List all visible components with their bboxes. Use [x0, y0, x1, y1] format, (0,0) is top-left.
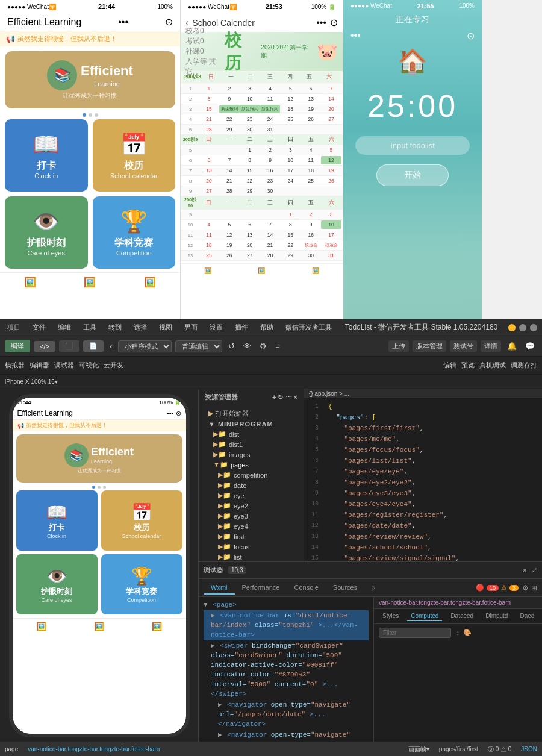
tree-pages[interactable]: ▼📁 pages	[199, 460, 304, 470]
tree-focus[interactable]: ▶📁 focus	[199, 542, 304, 552]
notification-icon[interactable]: 🔔	[505, 340, 519, 352]
devtools-tab-more[interactable]: »	[364, 581, 382, 595]
phone3-more[interactable]: •••	[350, 30, 361, 42]
phone1-banner-card[interactable]: 📚 Efficient Learning 让优秀成为一种习惯	[5, 51, 175, 108]
devtools-html-content[interactable]: ▼ <page> ▶ <van-notice-bar is="dist1/not…	[199, 597, 373, 742]
ide-dot-1[interactable]	[92, 486, 95, 489]
phone2-camera[interactable]: ⊙	[330, 17, 338, 28]
tree-eye4[interactable]: ▶📁 eye4	[199, 521, 304, 531]
refactor-label[interactable]: 可视化	[79, 361, 99, 370]
menu-item-select[interactable]: 选择	[131, 322, 149, 333]
grid-item-competition[interactable]: 🏆 学科竞赛 Competition	[93, 196, 176, 269]
html-line-swiper[interactable]: ▶ <swiper bindchange="cardSwiper" class=…	[204, 640, 369, 699]
devtools-close-icon[interactable]: ×	[522, 566, 527, 575]
menu-item-goto[interactable]: 转到	[106, 322, 124, 333]
settings-icon[interactable]: ⚙	[257, 340, 269, 352]
ide-nav-1[interactable]: 🖼️	[36, 622, 46, 631]
preview-tab[interactable]: 编辑	[443, 361, 456, 370]
file-tree-icons[interactable]: + ↻ ⋯ ×	[272, 393, 297, 401]
devtools-tab-wxml[interactable]: Wxml	[204, 581, 235, 595]
devtools-tab-console[interactable]: Console	[287, 581, 325, 595]
ide-dot-2[interactable]	[98, 486, 101, 489]
menu-item-view[interactable]: 视图	[157, 322, 175, 333]
tree-eye3[interactable]: ▶📁 eye3	[199, 511, 304, 521]
ide-grid-4[interactable]: 🏆 学科竞赛 Competition	[101, 554, 182, 614]
tree-images[interactable]: ▶📁 images	[199, 449, 304, 460]
tree-eye2[interactable]: ▶📁 eye2	[199, 501, 304, 511]
ide-phone-more[interactable]: ••• ⊙	[167, 410, 181, 417]
menu-item-tools[interactable]: 工具	[81, 322, 99, 333]
devtools-tab-performance[interactable]: Performance	[235, 581, 287, 595]
menu-item-project[interactable]: 项目	[5, 322, 23, 333]
phone2-more[interactable]: •••	[316, 17, 326, 28]
status-frame-selector[interactable]: 画面帧▾	[408, 745, 429, 754]
eye-icon[interactable]: 👁	[241, 340, 254, 352]
tree-list[interactable]: ▶📁 list	[199, 552, 304, 561]
nav-item-1[interactable]: 🖼️	[24, 276, 36, 289]
ide-nav-3[interactable]: 🖼️	[152, 622, 162, 631]
style-tab-daed[interactable]: Daed	[516, 611, 538, 621]
window-minimize[interactable]	[508, 324, 516, 331]
html-line-nav1[interactable]: ▶ <navigator open-type="navigate" url="/…	[204, 699, 369, 729]
devtools-gear-icon[interactable]: ⚙	[522, 584, 529, 592]
dot-3[interactable]	[95, 113, 98, 117]
filter-input[interactable]	[379, 628, 451, 638]
phone3-input-box[interactable]: Input todolist	[355, 136, 470, 155]
grid-item-calendar[interactable]: 📅 校历 School calendar	[93, 119, 176, 192]
style-tab-computed[interactable]: Computed	[407, 611, 442, 621]
back-toolbar-icon[interactable]: ‹	[107, 340, 114, 352]
menu-item-edit[interactable]: 编辑	[55, 322, 73, 333]
tree-miniprogram[interactable]: ▼ MINIPROGRAM	[199, 419, 304, 429]
phone3-start-button[interactable]: 开始	[376, 164, 449, 186]
tree-dist[interactable]: ▶📁 dist	[199, 429, 304, 439]
html-line-notice[interactable]: ▶ <van-notice-bar is="dist1/notice-bar/i…	[204, 610, 369, 640]
tree-dist1[interactable]: ▶📁 dist1	[199, 439, 304, 449]
mode-selector[interactable]: 小程序模式	[118, 340, 172, 352]
phone2-nav-2[interactable]: 🖼️	[258, 267, 265, 274]
window-close[interactable]	[530, 324, 537, 331]
compile-button[interactable]: 编译	[5, 340, 30, 352]
phone3-camera[interactable]: ⊙	[467, 30, 475, 42]
editor-selector[interactable]: 普通编辑	[175, 340, 222, 352]
test-button[interactable]: 测试号	[450, 340, 477, 352]
version-button[interactable]: 版本管理	[413, 340, 446, 352]
refresh-icon[interactable]: ↺	[226, 340, 237, 352]
file-button[interactable]: 📄	[83, 340, 104, 352]
status-json-btn[interactable]: JSON	[521, 746, 537, 752]
html-line-page[interactable]: ▼ <page>	[204, 599, 369, 610]
message-icon[interactable]: 💬	[523, 340, 537, 352]
editor-label[interactable]: 编辑器	[30, 361, 49, 370]
ide-nav-2[interactable]: 🖼️	[94, 622, 104, 631]
devtools-expand-icon[interactable]: ⤢	[532, 566, 537, 574]
dot-2[interactable]	[89, 113, 92, 117]
html-line-nav2[interactable]: ▶ <navigator open-type="navigate" url="/…	[204, 729, 369, 742]
preview-label[interactable]: 预览	[461, 361, 475, 370]
menu-item-interface[interactable]: 界面	[182, 322, 200, 333]
code-button[interactable]: </>	[34, 341, 55, 352]
upload-button[interactable]: 上传	[388, 340, 409, 352]
tree-competition[interactable]: ▶📁 competition	[199, 470, 304, 480]
code-content[interactable]: 1 { 2 "pages": [ 3 "pages/first/first",	[304, 399, 542, 561]
phone1-more-icon[interactable]: •••	[118, 17, 128, 28]
tree-open-editor[interactable]: ▶ 打开始始器	[199, 408, 304, 419]
logsave-label[interactable]: 调测存打	[511, 361, 537, 370]
filter-color-icon[interactable]: 🎨	[463, 629, 472, 636]
debugger-label[interactable]: 调试器	[54, 361, 74, 370]
tree-date[interactable]: ▶📁 date	[199, 480, 304, 490]
style-tab-styles[interactable]: Styles	[379, 611, 402, 621]
cloud-label[interactable]: 云开发	[104, 361, 123, 370]
menu-item-wechat[interactable]: 微信开发者工具	[283, 322, 334, 333]
menu-item-plugins[interactable]: 插件	[232, 322, 251, 333]
build-button[interactable]: ⬛	[59, 340, 79, 352]
menu-item-help[interactable]: 帮助	[258, 322, 276, 333]
tree-eye[interactable]: ▶📁 eye	[199, 490, 304, 501]
filter-toggle-icon[interactable]: ↕	[456, 629, 459, 636]
ide-grid-3[interactable]: 👁️ 护眼时刻 Care of eyes	[16, 554, 98, 614]
devtools-layout-icon[interactable]: ⊞	[531, 584, 537, 592]
menu-item-settings[interactable]: 设置	[207, 322, 225, 333]
ide-banner[interactable]: 📚 Efficient Learning 让优秀成为一种习惯	[16, 434, 182, 483]
grid-item-clockin[interactable]: 📖 打卡 Clock in	[5, 119, 88, 192]
realdevice-label[interactable]: 真机调试	[479, 361, 506, 370]
layers-icon[interactable]: ≡	[273, 340, 282, 352]
ide-dot-3[interactable]	[103, 486, 106, 489]
